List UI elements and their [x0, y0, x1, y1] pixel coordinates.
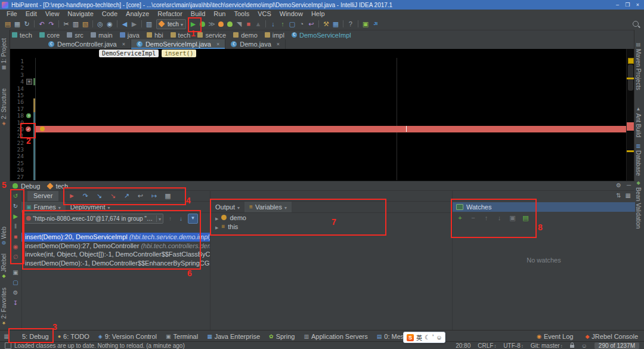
breadcrumb-item[interactable]: tech [12, 32, 32, 39]
hide-frames-filter-icon[interactable]: ▼ [188, 214, 198, 224]
line-separator-widget[interactable]: CRLF [478, 342, 496, 349]
hide-window-icon[interactable]: ─ [627, 182, 631, 189]
code-line[interactable]: 15 @Service [10, 92, 626, 98]
editor-tab[interactable]: C DemoServiceImpl.java × [131, 39, 225, 49]
move-up-icon[interactable]: ↑ [482, 214, 490, 221]
lock-icon[interactable] [570, 345, 574, 348]
paste-icon[interactable]: ▧ [81, 19, 89, 29]
editor-tab[interactable]: C DemoController.java × [43, 39, 131, 49]
breadcrumb-item[interactable]: service [197, 32, 226, 39]
stack-frame-row[interactable]: invoke(int, Object, Object[]):-1, DemoCo… [21, 250, 210, 259]
code-line[interactable]: 3 [10, 72, 626, 78]
menu-item[interactable]: Build [187, 10, 209, 17]
gutter-icon[interactable] [24, 72, 33, 78]
line-number[interactable]: 15 [10, 92, 24, 98]
search-everywhere-icon[interactable] [633, 21, 639, 27]
code-line[interactable]: 24 [10, 153, 626, 159]
undo-icon[interactable]: ↶ [38, 19, 46, 29]
settings-icon[interactable]: ⚒ [322, 19, 330, 29]
gutter-icon[interactable] [24, 132, 33, 139]
gutter-icon[interactable] [24, 98, 33, 105]
separator[interactable] [92, 20, 93, 27]
toolwindow-switcher-icon[interactable]: ▦ [2, 333, 11, 339]
server-tab[interactable]: Server [27, 191, 58, 201]
line-number[interactable]: 24 [10, 153, 24, 159]
deployment-tab[interactable]: Deployment [66, 202, 115, 212]
gutter-icon[interactable] [24, 153, 33, 159]
sort-frames-icon[interactable]: ⇅ [616, 192, 621, 199]
line-number[interactable]: 17 [10, 106, 24, 112]
gutter-icon[interactable] [24, 58, 33, 64]
mute-breakpoints-icon[interactable]: ∅ [11, 252, 20, 262]
breadcrumb-item[interactable]: demo [233, 32, 258, 39]
duplicate-watch-icon[interactable]: ▣ [509, 214, 516, 222]
vcs-commit-icon[interactable]: ↑ [278, 19, 287, 29]
output-tab[interactable]: Output [210, 202, 244, 212]
maximize-button[interactable]: ❐ [623, 2, 633, 8]
debug-tab-label[interactable]: Debug [21, 183, 40, 190]
toolwindow-button[interactable]: ★ 2: Favorites [1, 288, 7, 326]
thread-selector[interactable]: "http-nio-8080-exec-10"@17,674 in group … [24, 214, 163, 224]
breadcrumb-item[interactable]: main [91, 32, 113, 39]
line-number[interactable]: 27 [10, 174, 24, 180]
menu-item[interactable]: Refactor [153, 10, 187, 17]
code-editor[interactable]: DemoServiceImplinsert() 1 package hbi.te… [10, 49, 626, 181]
restore-layout-icon[interactable]: ▢ [11, 277, 20, 288]
ime-indicator[interactable]: ’ [432, 334, 434, 341]
code-line[interactable]: 14 [10, 85, 626, 92]
update-application-icon[interactable]: ↻ [11, 201, 20, 211]
gutter-icon[interactable] [24, 146, 33, 153]
line-number[interactable]: 25 [10, 160, 24, 166]
variables-tab[interactable]: ≡ Variables [244, 202, 292, 212]
expand-icon[interactable] [215, 214, 218, 221]
save-icon[interactable]: ▦ [13, 19, 21, 29]
line-number[interactable]: 21 [10, 132, 24, 139]
component-chooser-icon[interactable]: ▥ [145, 19, 153, 29]
vcs-update-icon[interactable]: ↓ [269, 19, 277, 29]
run-configuration-selector[interactable]: tech [156, 19, 186, 29]
toolwindow-button[interactable]: ◈ 2: Structure [1, 88, 7, 126]
line-number[interactable]: 16 [10, 98, 24, 105]
menu-item[interactable]: Help [307, 10, 329, 17]
jrebel-icon[interactable]: ▣ [361, 19, 370, 29]
toolwindow-button[interactable]: ◉ Event Log [537, 333, 573, 340]
code-line[interactable]: 17 [10, 106, 626, 112]
ime-indicator[interactable]: ☾ [425, 334, 430, 341]
toolwindow-button[interactable]: ✿ Spring [269, 333, 295, 340]
menu-item[interactable]: VCS [253, 10, 275, 17]
toolwindow-button[interactable]: ◍ Web [1, 227, 7, 246]
stop-icon[interactable]: ■ [11, 231, 20, 242]
editor-breadcrumb-chip[interactable]: insert() [162, 50, 196, 57]
toolwindow-button[interactable]: ◈ 9: Version Control [98, 333, 157, 340]
gutter-icon[interactable] [24, 119, 33, 126]
back-icon[interactable]: ◀ [120, 19, 129, 29]
stop-icon[interactable]: ■ [244, 19, 253, 29]
variable-row[interactable]: ≡ this [210, 222, 453, 231]
ime-indicator[interactable]: S [407, 334, 414, 341]
line-number[interactable]: 2 [10, 64, 24, 71]
stack-frame-row[interactable]: insertDemo(Demo):27, DemoController (hbi… [21, 242, 210, 251]
code-line[interactable]: 19 [10, 119, 626, 126]
menu-item[interactable]: Navigate [63, 10, 97, 17]
close-icon[interactable]: × [216, 41, 219, 47]
editor-tab[interactable]: C Demo.java × [225, 39, 286, 49]
breadcrumb-item[interactable]: src [67, 32, 83, 39]
step-into-icon[interactable]: ↘ [94, 192, 104, 200]
toolwindow-button[interactable]: ▦ Java Enterprise [207, 333, 260, 340]
help-icon[interactable]: ? [346, 19, 355, 29]
coverage-icon[interactable]: ◥ [235, 19, 243, 29]
separator[interactable] [58, 20, 59, 27]
step-over-icon[interactable]: ↷ [80, 192, 90, 200]
menu-item[interactable]: Window [275, 10, 307, 17]
rollback-icon[interactable]: ↩ [307, 19, 315, 29]
menu-item[interactable]: Analyze [122, 10, 153, 17]
code-line[interactable]: 21 [10, 132, 626, 139]
menu-item[interactable]: File [2, 10, 21, 17]
separator[interactable] [117, 20, 117, 27]
pin-icon[interactable]: ↧ [11, 298, 20, 308]
gutter-icon[interactable] [24, 126, 33, 132]
gutter-icon[interactable] [24, 78, 33, 85]
line-number[interactable]: 4 [10, 78, 24, 85]
toolwindow-button[interactable]: ▤ Maven Projects [635, 42, 642, 90]
toolwindow-button[interactable]: 5: Debug [20, 333, 49, 340]
